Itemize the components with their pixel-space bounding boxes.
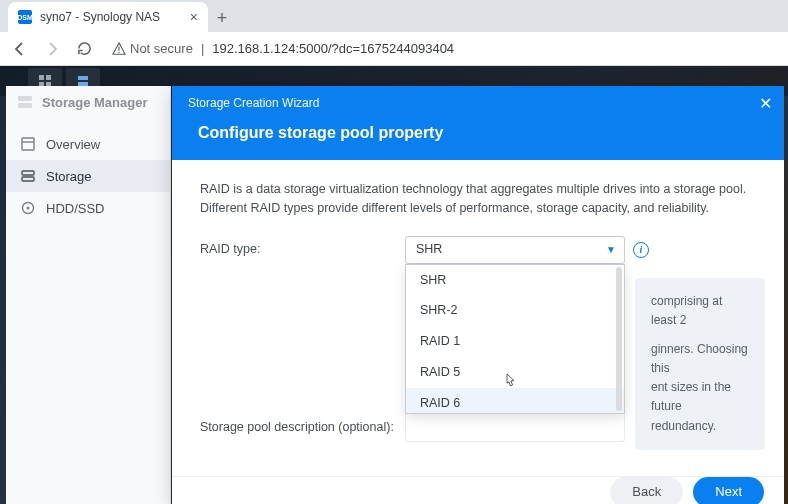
browser-tab[interactable]: DSM syno7 - Synology NAS × — [8, 2, 208, 32]
hint-line: ent sizes in the future — [651, 378, 749, 416]
wizard-title: Configure storage pool property — [188, 110, 768, 160]
insecure-label: Not secure — [130, 41, 193, 56]
raid-type-select[interactable]: SHR ▼ — [405, 236, 625, 264]
storage-creation-wizard: Storage Creation Wizard ✕ Configure stor… — [172, 86, 784, 504]
svg-rect-6 — [78, 76, 88, 80]
close-tab-icon[interactable]: × — [190, 9, 198, 25]
arrow-right-icon — [44, 41, 60, 57]
sidebar-item-storage[interactable]: Storage — [6, 160, 170, 192]
address-bar[interactable]: Not secure | 192.168.1.124:5000/?dc=1675… — [104, 41, 780, 56]
warning-icon — [112, 42, 126, 56]
wizard-close-button[interactable]: ✕ — [759, 94, 772, 113]
sidebar-item-label: Overview — [46, 137, 100, 152]
new-tab-button[interactable]: + — [208, 4, 236, 32]
svg-rect-13 — [22, 177, 34, 181]
browser-toolbar: Not secure | 192.168.1.124:5000/?dc=1675… — [0, 32, 788, 66]
raid-option-shr[interactable]: SHR — [406, 265, 624, 296]
raid-option-shr2[interactable]: SHR-2 — [406, 295, 624, 326]
sidebar-header: Storage Manager — [6, 86, 170, 118]
forward-button[interactable] — [40, 37, 64, 61]
next-button[interactable]: Next — [693, 477, 764, 505]
tab-favicon: DSM — [18, 10, 32, 24]
pool-description-input[interactable] — [405, 414, 625, 442]
raid-type-selected-value: SHR — [416, 240, 442, 259]
hint-line: ginners. Choosing this — [651, 340, 749, 378]
sidebar-item-overview[interactable]: Overview — [6, 128, 170, 160]
raid-option-raid1[interactable]: RAID 1 — [406, 326, 624, 357]
svg-rect-9 — [18, 103, 32, 108]
raid-type-label: RAID type: — [200, 236, 405, 259]
tab-title: syno7 - Synology NAS — [40, 10, 160, 24]
overview-icon — [20, 136, 36, 152]
sidebar-item-label: HDD/SSD — [46, 201, 105, 216]
hdd-icon — [20, 200, 36, 216]
svg-rect-10 — [22, 138, 34, 150]
svg-point-1 — [118, 51, 119, 52]
wizard-description: RAID is a data storage virtualization te… — [200, 180, 756, 218]
sidebar-item-hdd-ssd[interactable]: HDD/SSD — [6, 192, 170, 224]
info-icon[interactable]: i — [633, 242, 649, 258]
sidebar-item-label: Storage — [46, 169, 92, 184]
svg-rect-8 — [18, 96, 32, 101]
chevron-down-icon: ▼ — [606, 242, 616, 257]
storage-manager-icon — [16, 93, 34, 111]
wizard-body: RAID is a data storage virtualization te… — [172, 160, 784, 476]
arrow-left-icon — [12, 41, 28, 57]
sidebar-title: Storage Manager — [42, 95, 147, 110]
wizard-footer: Back Next — [172, 476, 784, 505]
wizard-header: Storage Creation Wizard ✕ Configure stor… — [172, 86, 784, 160]
url-separator: | — [201, 41, 204, 56]
back-button[interactable] — [8, 37, 32, 61]
svg-rect-12 — [22, 171, 34, 175]
dropdown-scrollbar[interactable] — [616, 267, 622, 411]
browser-tab-strip: DSM syno7 - Synology NAS × + — [0, 0, 788, 32]
storage-nav-icon — [20, 168, 36, 184]
hint-line: comprising at least 2 — [651, 292, 749, 330]
svg-rect-2 — [39, 75, 44, 80]
security-indicator[interactable]: Not secure — [112, 41, 193, 56]
svg-rect-3 — [46, 75, 51, 80]
url-text: 192.168.1.124:5000/?dc=1675244093404 — [212, 41, 454, 56]
svg-point-15 — [27, 207, 30, 210]
raid-option-raid5[interactable]: RAID 5 — [406, 357, 624, 388]
raid-type-dropdown[interactable]: SHR SHR-2 RAID 1 RAID 5 RAID 6 RAID 10 B… — [405, 264, 625, 414]
pool-description-row: Storage pool description (optional): — [200, 414, 756, 442]
sidebar-nav: Overview Storage HDD/SSD — [6, 118, 170, 224]
pool-description-label: Storage pool description (optional): — [200, 414, 405, 437]
storage-manager-sidebar: Storage Manager Overview Storage HDD/SSD — [6, 86, 171, 504]
reload-icon — [77, 41, 92, 56]
reload-button[interactable] — [72, 37, 96, 61]
back-button[interactable]: Back — [610, 477, 683, 505]
raid-option-raid6[interactable]: RAID 6 — [406, 388, 624, 414]
wizard-breadcrumb: Storage Creation Wizard — [188, 96, 768, 110]
raid-type-row: RAID type: SHR ▼ i comprising at least 2… — [200, 236, 756, 264]
